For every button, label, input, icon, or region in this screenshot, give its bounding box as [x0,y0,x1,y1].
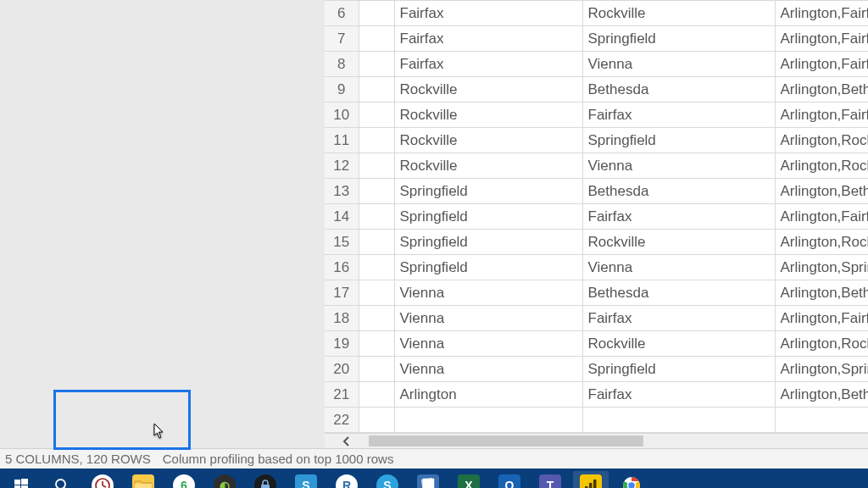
row-number[interactable]: 14 [325,204,359,230]
table-row[interactable]: 7FairfaxSpringfieldArlington,Fairfa [325,26,868,52]
row-number[interactable]: 7 [325,26,359,52]
cell-col-b[interactable]: Vienna [582,255,775,280]
cell-col-c[interactable]: Arlington,Fairfa [775,306,868,331]
cell-col-b[interactable]: Vienna [582,153,775,179]
cell-col-a[interactable]: Springfield [394,230,582,255]
table-row[interactable]: 9RockvilleBethesdaArlington,Bethe [325,77,868,103]
windows-taskbar[interactable]: 6◐SRSXOT [0,469,868,488]
cell-col-a[interactable]: Rockville [394,128,582,153]
teams-icon[interactable]: T [532,471,568,488]
cell-col-c[interactable]: Arlington,Fairfa [775,52,868,77]
cell-col-b[interactable]: Bethesda [582,77,775,103]
start-button[interactable] [3,471,39,488]
cell-col-a[interactable]: Fairfax [394,52,582,77]
notes-app-icon[interactable] [410,471,446,488]
cell-col-c[interactable] [775,408,868,433]
cell-col-b[interactable] [582,408,775,433]
row-number[interactable]: 20 [325,357,359,382]
cell-col-a[interactable]: Springfield [394,204,582,230]
data-grid[interactable]: 6FairfaxRockvilleArlington,Fairfa7Fairfa… [325,0,868,448]
row-number[interactable]: 10 [325,103,359,128]
table-row[interactable]: 16SpringfieldViennaArlington,Spring [325,255,868,280]
cell-col-c[interactable]: Arlington,Bethe [775,179,868,204]
status-profiling[interactable]: Column profiling based on top 1000 rows [163,452,394,466]
row-number[interactable]: 18 [325,306,359,331]
cell-col-a[interactable]: Springfield [394,255,582,280]
keepass-icon[interactable] [248,471,283,488]
horizontal-scrollbar[interactable] [325,433,868,448]
row-number[interactable]: 17 [325,280,359,306]
table-row[interactable]: 20ViennaSpringfieldArlington,Spring [325,357,868,382]
cell-col-c[interactable]: Arlington,Bethe [775,77,868,103]
cell-col-b[interactable]: Bethesda [582,280,775,306]
excel-icon[interactable]: X [451,471,487,488]
cell-col-c[interactable]: Arlington,Rockv [775,331,868,357]
table-row[interactable]: 14SpringfieldFairfaxArlington,Fairfa [325,204,868,230]
table-row[interactable]: 17ViennaBethesdaArlington,Bethe [325,280,868,306]
file-explorer-icon[interactable] [125,471,161,488]
row-number[interactable]: 13 [325,179,359,204]
row-number[interactable]: 19 [325,331,359,357]
row-number[interactable]: 6 [325,1,359,26]
cell-col-a[interactable]: Rockville [394,103,582,128]
scroll-left-button[interactable] [325,434,369,448]
row-number[interactable]: 9 [325,77,359,103]
cell-col-c[interactable]: Arlington,Fairfa [775,26,868,52]
table-row[interactable]: 18ViennaFairfaxArlington,Fairfa [325,306,868,331]
cell-col-a[interactable]: Fairfax [394,26,582,52]
cell-col-b[interactable]: Springfield [582,357,775,382]
chameleon-app-icon[interactable]: ◐ [207,471,242,488]
snagit-icon[interactable]: S [288,471,324,488]
row-number[interactable]: 16 [325,255,359,280]
cell-col-b[interactable]: Springfield [582,128,775,153]
cell-col-b[interactable]: Fairfax [582,382,775,408]
table-row[interactable]: 22 [325,408,868,433]
cell-col-b[interactable]: Bethesda [582,179,775,204]
row-number[interactable]: 12 [325,153,359,179]
cell-col-a[interactable]: Fairfax [394,1,582,26]
cell-col-a[interactable]: Vienna [394,357,582,382]
row-number[interactable]: 8 [325,52,359,77]
table-row[interactable]: 19ViennaRockvilleArlington,Rockv [325,331,868,357]
cell-col-c[interactable]: Arlington,Rockv [775,153,868,179]
search-icon[interactable] [44,471,80,488]
cell-col-b[interactable]: Fairfax [582,103,775,128]
cell-col-c[interactable]: Arlington,Fairfa [775,1,868,26]
table-row[interactable]: 11RockvilleSpringfieldArlington,Rockv [325,128,868,153]
rstudio-icon[interactable]: R [329,471,364,488]
power-bi-icon[interactable] [573,471,609,488]
cell-col-a[interactable]: Arlington [394,382,582,408]
cell-col-b[interactable]: Fairfax [582,306,775,331]
table-row[interactable]: 8FairfaxViennaArlington,Fairfa [325,52,868,77]
chrome-icon[interactable] [614,471,649,488]
table-row[interactable]: 12RockvilleViennaArlington,Rockv [325,153,868,179]
clock-app-icon[interactable] [85,471,120,488]
table-row[interactable]: 13SpringfieldBethesdaArlington,Bethe [325,179,868,204]
row-number[interactable]: 11 [325,128,359,153]
table-row[interactable]: 10RockvilleFairfaxArlington,Fairfa [325,103,868,128]
cell-col-a[interactable] [394,408,582,433]
cell-col-b[interactable]: Rockville [582,1,775,26]
outlook-icon[interactable]: O [492,471,527,488]
cell-col-b[interactable]: Rockville [582,230,775,255]
cell-col-a[interactable]: Vienna [394,306,582,331]
cell-col-b[interactable]: Fairfax [582,204,775,230]
dragon-app-icon[interactable]: 6 [166,471,202,488]
cell-col-c[interactable]: Arlington,Bethe [775,382,868,408]
table-row[interactable]: 6FairfaxRockvilleArlington,Fairfa [325,1,868,26]
cell-col-a[interactable]: Springfield [394,179,582,204]
skype-icon[interactable]: S [370,471,405,488]
table-row[interactable]: 21ArlingtonFairfaxArlington,Bethe [325,382,868,408]
row-number[interactable]: 22 [325,408,359,433]
cell-col-c[interactable]: Arlington,Rockv [775,230,868,255]
scroll-thumb[interactable] [369,435,643,446]
cell-col-a[interactable]: Vienna [394,280,582,306]
cell-col-c[interactable]: Arlington,Fairfa [775,103,868,128]
cell-col-b[interactable]: Vienna [582,52,775,77]
scroll-track[interactable] [369,434,868,448]
cell-col-c[interactable]: Arlington,Spring [775,357,868,382]
cell-col-a[interactable]: Rockville [394,77,582,103]
table-row[interactable]: 15SpringfieldRockvilleArlington,Rockv [325,230,868,255]
cell-col-c[interactable]: Arlington,Spring [775,255,868,280]
cell-col-b[interactable]: Springfield [582,26,775,52]
